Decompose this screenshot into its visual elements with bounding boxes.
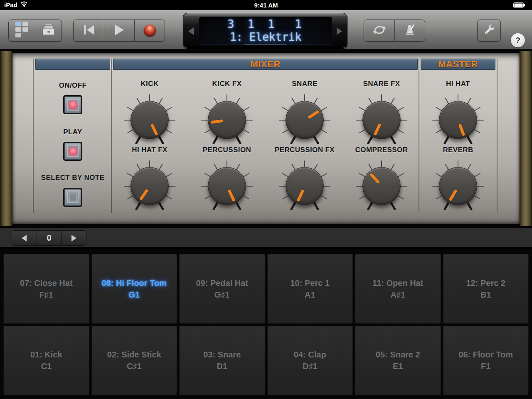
pad-12-perc-2[interactable]: 12: Perc 2 B1 xyxy=(443,254,529,324)
knob-pointer xyxy=(139,189,148,201)
knob-hi-hat[interactable]: HI HAT xyxy=(414,80,502,157)
pad-name: 03: Snare xyxy=(203,349,241,360)
knob-percussion[interactable]: PERCUSSION xyxy=(183,146,271,223)
record-icon xyxy=(144,25,156,37)
metronome-button[interactable] xyxy=(394,20,425,41)
knob-kick-fx[interactable]: KICK FX xyxy=(183,80,271,157)
toolbar: 3 1 1 1 1: Elektrik xyxy=(0,10,532,50)
pad-11-open-hat[interactable]: 11: Open Hat A♯1 xyxy=(355,254,441,324)
pad-03-snare[interactable]: 03: Snare D1 xyxy=(179,326,265,396)
knob-percussion-fx[interactable]: PERCUSSION FX xyxy=(261,146,348,223)
transport-group xyxy=(73,20,165,42)
knob-pointer xyxy=(448,189,457,201)
play-mode-label: PLAY xyxy=(27,128,118,136)
pad-10-perc-1[interactable]: 10: Perc 1 A1 xyxy=(267,254,353,324)
knob-reverb[interactable]: REVERB xyxy=(414,146,502,223)
knob-compressor-body[interactable] xyxy=(362,167,401,205)
loop-button[interactable] xyxy=(364,20,394,41)
page-bar: 0 xyxy=(0,228,532,248)
onoff-led xyxy=(69,101,77,109)
song-library-icon xyxy=(41,23,57,39)
pad-09-pedal-hat[interactable]: 09: Pedal Hat G♯1 xyxy=(179,254,265,324)
pad-05-snare-2[interactable]: 05: Snare 2 E1 xyxy=(355,326,441,396)
pad-grid: 07: Close Hat F♯1 08: Hi Floor Tom G1 09… xyxy=(0,249,532,399)
mixer-header-label: MIXER xyxy=(250,59,280,70)
view-button-group xyxy=(8,20,62,42)
pad-04-clap[interactable]: 04: Clap D♯1 xyxy=(267,326,353,396)
pad-note: D1 xyxy=(217,360,227,372)
pad-name: 11: Open Hat xyxy=(372,277,423,289)
pad-note: A♯1 xyxy=(390,289,405,300)
section-header-blank xyxy=(35,59,110,70)
knob-compressor[interactable]: COMPRESSOR xyxy=(338,146,425,223)
next-patch-icon[interactable] xyxy=(337,27,342,35)
select-by-note-led xyxy=(69,194,77,202)
play-button[interactable] xyxy=(104,20,134,41)
knob-snare-fx-body[interactable] xyxy=(362,101,401,139)
master-header-label: MASTER xyxy=(438,59,478,70)
page-next-icon xyxy=(71,235,76,241)
knob-kick-label: KICK xyxy=(106,80,193,90)
play-mode-led xyxy=(69,148,77,155)
pad-name: 10: Perc 1 xyxy=(290,277,330,289)
pad-name: 08: Hi Floor Tom xyxy=(102,277,167,289)
lcd-screen: 3 1 1 1 1: Elektrik xyxy=(199,17,332,45)
pad-note: C♯1 xyxy=(127,360,142,372)
pad-02-side-stick[interactable]: 02: Side Stick C♯1 xyxy=(91,326,177,396)
pad-name: 06: Floor Tom xyxy=(458,349,513,360)
knob-pointer xyxy=(373,123,381,136)
knob-kick-body[interactable] xyxy=(131,101,169,139)
knob-percussion-body[interactable] xyxy=(208,167,246,205)
help-icon: ? xyxy=(515,35,521,45)
help-button[interactable]: ? xyxy=(511,33,525,47)
select-by-note-label: SELECT BY NOTE xyxy=(27,174,118,182)
knob-hi-hat-fx-body[interactable] xyxy=(131,167,169,205)
rewind-icon xyxy=(83,25,95,37)
lcd-bar-position: 3 1 1 xyxy=(227,17,276,30)
knob-hi-hat-body[interactable] xyxy=(439,101,477,139)
pad-note: G♯1 xyxy=(214,289,230,300)
pad-07-close-hat[interactable]: 07: Close Hat F♯1 xyxy=(3,254,89,324)
knob-snare-fx[interactable]: SNARE FX xyxy=(338,80,425,157)
knob-snare-label: SNARE xyxy=(261,80,348,90)
onoff-button[interactable] xyxy=(63,95,82,114)
knob-snare-body[interactable] xyxy=(286,101,324,139)
lcd-display: 3 1 1 1 1: Elektrik xyxy=(183,13,347,49)
pad-name: 04: Clap xyxy=(294,349,326,360)
knob-reverb-body[interactable] xyxy=(439,167,477,205)
pad-name: 07: Close Hat xyxy=(20,277,73,289)
pad-01-kick[interactable]: 01: Kick C1 xyxy=(3,326,89,396)
prev-patch-icon[interactable] xyxy=(188,27,194,35)
pads-view-button[interactable] xyxy=(9,20,35,41)
select-by-note-button[interactable] xyxy=(63,188,82,207)
knob-percussion-fx-body[interactable] xyxy=(286,167,324,205)
pad-name: 12: Perc 2 xyxy=(466,277,505,289)
play-mode-button[interactable] xyxy=(63,142,82,161)
settings-button[interactable] xyxy=(477,20,501,42)
pad-note: G1 xyxy=(128,289,140,300)
status-bar: iPad 9:41 AM xyxy=(0,0,532,10)
wrench-icon xyxy=(483,24,495,38)
page-prev-icon xyxy=(22,235,27,241)
play-icon xyxy=(114,24,125,37)
pad-08-hi-floor-tom[interactable]: 08: Hi Floor Tom G1 xyxy=(91,254,177,324)
knob-kick[interactable]: KICK xyxy=(106,80,193,157)
knob-pointer xyxy=(227,190,235,202)
rewind-button[interactable] xyxy=(74,20,104,41)
knob-percussion-fx-label: PERCUSSION FX xyxy=(261,146,348,156)
pad-06-floor-tom[interactable]: 06: Floor Tom F1 xyxy=(443,326,529,396)
page-prev-button[interactable] xyxy=(12,231,37,245)
record-button[interactable] xyxy=(134,20,165,41)
knob-snare[interactable]: SNARE xyxy=(261,80,348,157)
song-library-button[interactable] xyxy=(35,20,62,41)
knob-hi-hat-fx[interactable]: HI HAT FX xyxy=(106,146,193,223)
pad-name: 05: Snare 2 xyxy=(376,349,420,360)
knob-reverb-label: REVERB xyxy=(414,146,502,156)
knob-kick-fx-body[interactable] xyxy=(208,101,246,139)
page-next-button[interactable] xyxy=(61,231,86,245)
pads-view-icon xyxy=(15,22,29,40)
knob-hi-hat-fx-label: HI HAT FX xyxy=(106,146,193,156)
onoff-label: ON/OFF xyxy=(27,81,118,90)
mixer-panel: MIXER MASTER ON/OFF PLAY SELECT BY NOTE … xyxy=(0,50,532,228)
section-header-master: MASTER xyxy=(421,59,495,70)
